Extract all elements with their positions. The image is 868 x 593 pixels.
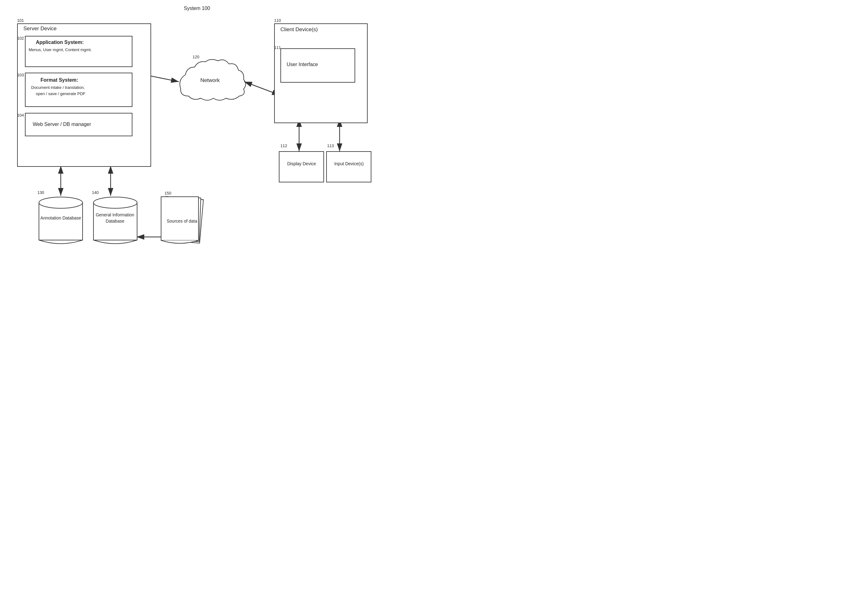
ref-130: 130 — [37, 190, 44, 195]
ref-102: 102 — [17, 36, 24, 40]
app-system-sub: Menus, User mgmt, Content mgmt. — [29, 47, 92, 52]
format-system-title: Format System: — [40, 77, 78, 83]
annotation-db-cylinder — [36, 195, 86, 251]
general-info-db-label: General Information Database — [92, 212, 138, 224]
web-server-label: Web Server / DB manager — [33, 121, 91, 127]
ref-113: 113 — [327, 143, 334, 148]
input-devices-box — [326, 151, 371, 182]
display-device-box — [279, 151, 324, 182]
svg-point-5 — [39, 197, 83, 208]
ref-101: 101 — [17, 18, 24, 23]
ref-104: 104 — [17, 113, 24, 118]
system-title: System 100 — [184, 6, 210, 11]
ref-120: 120 — [193, 55, 199, 59]
ref-103: 103 — [17, 72, 24, 77]
client-devices-label: Client Device(s) — [280, 27, 318, 33]
network-label: Network — [200, 77, 220, 84]
ref-112: 112 — [280, 143, 287, 148]
display-device-label: Display Device — [283, 161, 320, 166]
annotation-db-label: Annotation Database — [37, 215, 84, 221]
ref-110: 110 — [274, 18, 281, 23]
format-system-sub2: open / save / generate PDF — [36, 91, 86, 96]
ref-111: 111 — [274, 45, 281, 50]
app-system-title: Application System: — [36, 40, 84, 45]
sources-of-data-label: Sources of data — [159, 218, 205, 225]
ref-140: 140 — [92, 190, 99, 195]
svg-point-7 — [93, 197, 137, 208]
user-interface-label: User Interface — [286, 62, 318, 67]
format-system-sub1: Document intake / translation, — [31, 85, 85, 90]
input-devices-label: Input Device(s) — [330, 161, 368, 166]
server-device-label: Server Device — [24, 25, 57, 32]
diagram: System 100 101 Server Device 102 Applica… — [0, 0, 434, 297]
